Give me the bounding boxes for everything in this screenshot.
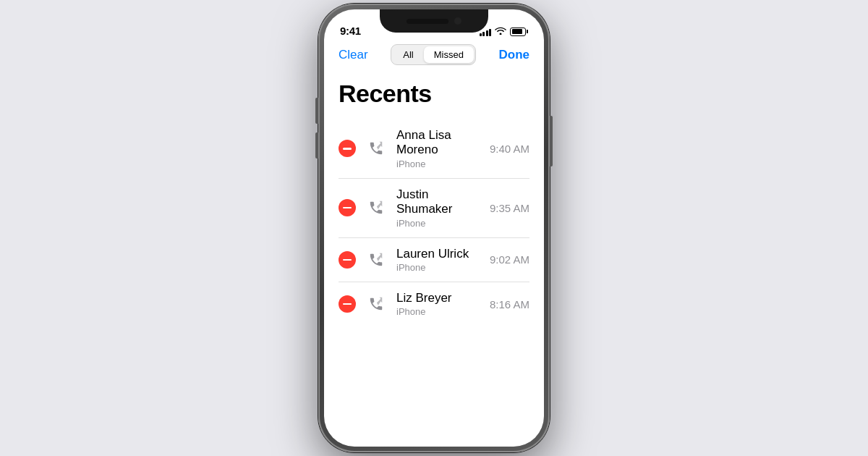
clear-button[interactable]: Clear xyxy=(339,48,368,62)
list-item[interactable]: Anna Lisa Moreno iPhone 9:40 AM xyxy=(339,119,529,179)
call-type: iPhone xyxy=(396,218,481,229)
list-item[interactable]: Lauren Ulrick iPhone 9:02 AM xyxy=(339,238,529,282)
call-type: iPhone xyxy=(396,159,481,169)
phone-device: 9:41 xyxy=(318,4,550,452)
phone-icon xyxy=(365,248,388,271)
speaker xyxy=(407,19,448,24)
phone-icon xyxy=(365,137,388,160)
call-time: 9:35 AM xyxy=(490,202,529,214)
volume-down-button[interactable] xyxy=(315,132,318,159)
list-item[interactable]: Liz Breyer iPhone 8:16 AM xyxy=(339,282,529,326)
segment-control[interactable]: All Missed xyxy=(391,44,476,65)
content-area: Recents Anna Lisa Moreno iPhone 9:40 xyxy=(324,72,544,326)
call-time: 9:40 AM xyxy=(490,143,529,155)
phone-screen: 9:41 xyxy=(324,9,544,447)
contact-name: Anna Lisa Moreno xyxy=(396,128,481,158)
power-button[interactable] xyxy=(550,116,553,166)
call-list: Anna Lisa Moreno iPhone 9:40 AM Just xyxy=(339,119,529,326)
segment-all[interactable]: All xyxy=(393,46,423,63)
delete-button[interactable] xyxy=(339,295,356,313)
contact-name: Liz Breyer xyxy=(396,291,481,305)
contact-name: Justin Shumaker xyxy=(396,187,481,217)
delete-button[interactable] xyxy=(339,199,356,216)
done-button[interactable]: Done xyxy=(498,48,529,62)
delete-button[interactable] xyxy=(339,251,356,269)
battery-icon xyxy=(510,28,528,36)
status-icons xyxy=(480,26,529,37)
phone-icon xyxy=(365,196,388,219)
phone-icon xyxy=(365,292,388,316)
page-title: Recents xyxy=(339,80,529,108)
call-type: iPhone xyxy=(396,262,481,273)
list-item[interactable]: Justin Shumaker iPhone 9:35 AM xyxy=(339,179,529,238)
notch xyxy=(380,9,488,33)
front-camera xyxy=(454,17,461,25)
call-time: 9:02 AM xyxy=(490,253,529,266)
status-time: 9:41 xyxy=(340,25,361,37)
call-info: Anna Lisa Moreno iPhone xyxy=(396,128,481,169)
wifi-icon xyxy=(495,26,506,37)
call-time: 8:16 AM xyxy=(490,298,529,311)
call-info: Liz Breyer iPhone xyxy=(396,291,481,317)
call-info: Justin Shumaker iPhone xyxy=(396,187,481,229)
navigation-bar: Clear All Missed Done xyxy=(324,41,544,72)
call-type: iPhone xyxy=(396,306,481,317)
call-info: Lauren Ulrick iPhone xyxy=(396,247,481,273)
contact-name: Lauren Ulrick xyxy=(396,247,481,261)
volume-up-button[interactable] xyxy=(315,98,318,124)
delete-button[interactable] xyxy=(339,140,356,157)
segment-missed[interactable]: Missed xyxy=(424,46,474,63)
